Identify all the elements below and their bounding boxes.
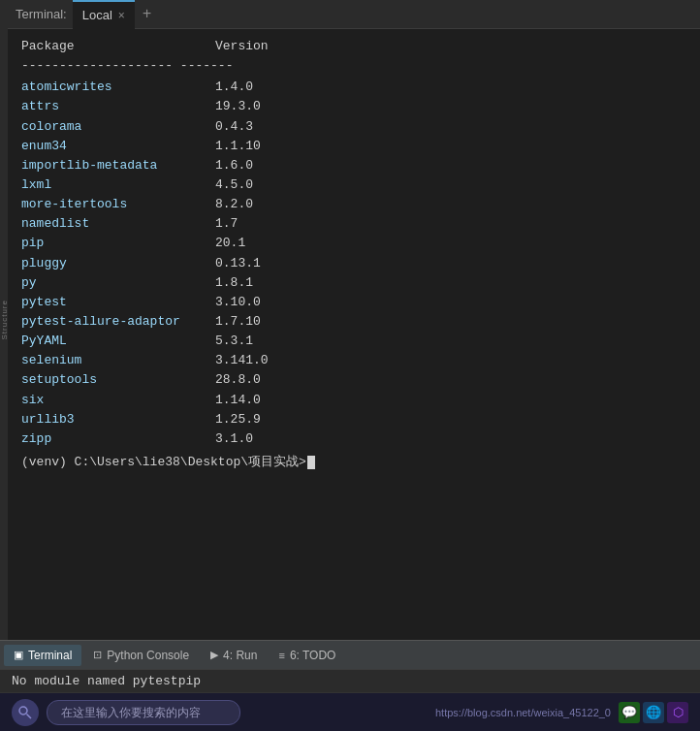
package-row: namedlist1.7: [21, 214, 686, 234]
package-row: colorama0.4.3: [21, 117, 686, 137]
icon-browser[interactable]: 🌐: [643, 702, 664, 723]
sidebar-structure-label: Structure: [0, 300, 8, 339]
error-message: No module named pytestpip: [12, 674, 201, 688]
pkg-name: selenium: [21, 351, 215, 370]
package-row: pluggy0.13.1: [21, 254, 686, 273]
pkg-version: 1.7: [215, 214, 238, 234]
terminal-tab-bar: Terminal: Local × +: [8, 0, 700, 29]
toolbar-btn-run[interactable]: ▶4: Run: [201, 645, 267, 666]
pkg-version: 1.7.10: [215, 312, 261, 332]
package-row: zipp3.1.0: [21, 429, 686, 449]
package-row: PyYAML5.3.1: [21, 332, 686, 351]
toolbar-btn-terminal[interactable]: ▣Terminal: [4, 645, 81, 666]
prompt-line: (venv) C:\Users\lie38\Desktop\项目实战>: [21, 453, 686, 472]
pkg-version: 1.1.10: [215, 137, 261, 156]
pkg-version: 0.13.1: [215, 254, 261, 273]
taskbar-url: https://blog.csdn.net/weixia_45122_0: [435, 707, 611, 718]
pkg-version: 20.1: [215, 234, 245, 253]
pkg-version: 3.141.0: [215, 351, 269, 370]
taskbar-sys-icons: 💬 🌐 ⬡: [619, 702, 688, 723]
pkg-name: urllib3: [21, 410, 215, 429]
icon-app[interactable]: ⬡: [667, 702, 688, 723]
pkg-version: 0.4.3: [215, 117, 253, 137]
pkg-name: colorama: [21, 117, 215, 137]
local-tab-close[interactable]: ×: [118, 9, 125, 22]
terminal-container: Terminal: Local × + Package Version ----…: [8, 0, 700, 640]
taskbar-right: https://blog.csdn.net/weixia_45122_0 💬 🌐…: [435, 702, 688, 723]
package-row: more-itertools8.2.0: [21, 195, 686, 214]
version-header: Version: [215, 37, 269, 56]
toolbar-btn-python-console[interactable]: ⊡Python Console: [83, 645, 199, 666]
package-header: Package: [21, 37, 215, 56]
taskbar: 在这里输入你要搜索的内容 https://blog.csdn.net/weixi…: [0, 692, 700, 731]
pkg-name: atomicwrites: [21, 78, 215, 97]
pkg-name: pip: [21, 234, 215, 253]
pkg-version: 28.8.0: [215, 370, 261, 390]
pkg-name: lxml: [21, 175, 215, 195]
cursor: [307, 456, 315, 469]
bottom-toolbar: ▣Terminal⊡Python Console▶4: Run≡6: TODO: [0, 640, 700, 669]
python-console-label: Python Console: [107, 649, 189, 662]
pkg-name: pytest-allure-adaptor: [21, 312, 215, 332]
pkg-name: importlib-metadata: [21, 156, 215, 175]
new-tab-button[interactable]: +: [135, 6, 160, 23]
pkg-version: 5.3.1: [215, 332, 253, 351]
package-row: enum341.1.10: [21, 137, 686, 156]
taskbar-search-text: 在这里输入你要搜索的内容: [61, 706, 201, 719]
package-row: attrs19.3.0: [21, 97, 686, 116]
pkg-version: 1.14.0: [215, 391, 261, 410]
pkg-version: 3.1.0: [215, 429, 253, 449]
pkg-name: attrs: [21, 97, 215, 116]
pkg-version: 8.2.0: [215, 195, 253, 214]
package-row: pip20.1: [21, 234, 686, 253]
todo-label: 6: TODO: [290, 649, 336, 662]
package-row: six1.14.0: [21, 391, 686, 410]
pkg-name: enum34: [21, 137, 215, 156]
terminal-icon: ▣: [14, 649, 23, 661]
local-tab-label: Local: [82, 8, 112, 22]
taskbar-search-bar[interactable]: 在这里输入你要搜索的内容: [47, 700, 240, 725]
package-row: pytest3.10.0: [21, 293, 686, 312]
package-row: importlib-metadata1.6.0: [21, 156, 686, 175]
package-row: urllib31.25.9: [21, 410, 686, 429]
local-tab[interactable]: Local ×: [73, 0, 135, 29]
pkg-name: more-itertools: [21, 195, 215, 214]
package-row: lxml4.5.0: [21, 175, 686, 195]
pkg-name: pytest: [21, 293, 215, 312]
python-console-icon: ⊡: [93, 649, 102, 661]
run-icon: ▶: [210, 649, 218, 661]
package-row: pytest-allure-adaptor1.7.10: [21, 312, 686, 332]
column-headers: Package Version: [21, 37, 686, 56]
pkg-name: setuptools: [21, 370, 215, 390]
package-row: py1.8.1: [21, 273, 686, 293]
pkg-version: 3.10.0: [215, 293, 261, 312]
pkg-version: 4.5.0: [215, 175, 253, 195]
package-row: selenium3.141.0: [21, 351, 686, 370]
windows-search-icon: [12, 699, 39, 726]
terminal-label: Terminal:: [16, 7, 73, 21]
pkg-version: 1.25.9: [215, 410, 261, 429]
search-icon: [17, 705, 33, 720]
todo-icon: ≡: [278, 650, 284, 661]
terminal-content[interactable]: Package Version -------------------- ---…: [8, 29, 700, 640]
left-sidebar: Structure: [0, 0, 8, 640]
package-row: setuptools28.8.0: [21, 370, 686, 390]
package-list: atomicwrites1.4.0attrs19.3.0colorama0.4.…: [21, 78, 686, 449]
terminal-label: Terminal: [28, 649, 72, 662]
taskbar-left: 在这里输入你要搜索的内容: [12, 699, 240, 726]
error-bar: No module named pytestpip: [0, 669, 700, 692]
pkg-name: namedlist: [21, 214, 215, 234]
pkg-name: zipp: [21, 429, 215, 449]
toolbar-btn-todo[interactable]: ≡6: TODO: [269, 645, 345, 666]
pkg-version: 1.4.0: [215, 78, 253, 97]
package-row: atomicwrites1.4.0: [21, 78, 686, 97]
separator: -------------------- -------: [21, 56, 686, 76]
pkg-version: 19.3.0: [215, 97, 261, 116]
svg-line-1: [27, 714, 32, 718]
pkg-name: six: [21, 391, 215, 410]
icon-chat[interactable]: 💬: [619, 702, 640, 723]
svg-point-0: [19, 707, 27, 715]
pkg-name: py: [21, 273, 215, 293]
run-label: 4: Run: [223, 649, 257, 662]
prompt-text: (venv) C:\Users\lie38\Desktop\项目实战>: [21, 453, 306, 472]
